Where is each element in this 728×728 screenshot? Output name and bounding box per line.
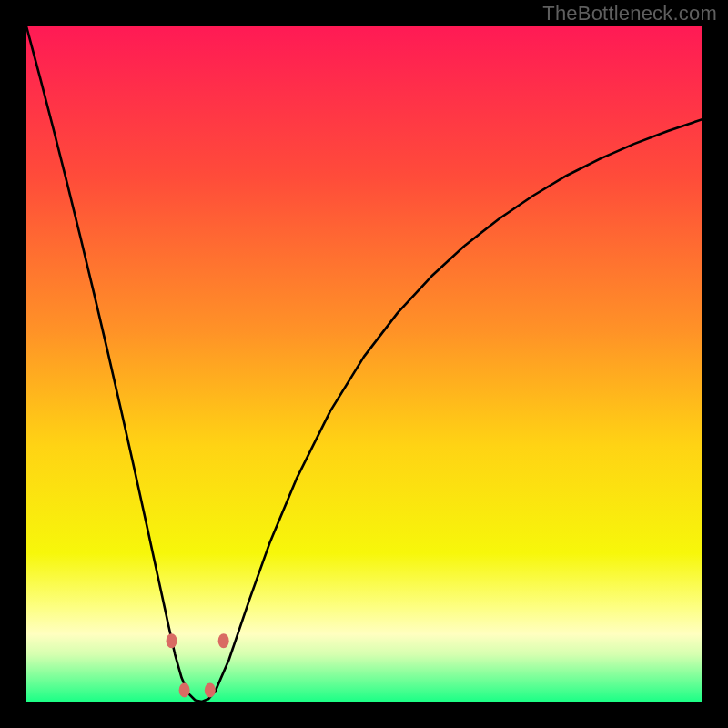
curve-marker [167, 633, 177, 648]
curve-marker [179, 682, 190, 697]
curve-marker [205, 682, 216, 697]
curve-markers [26, 26, 702, 702]
plot-area [26, 26, 702, 702]
curve-marker [218, 633, 229, 648]
chart-frame: TheBottleneck.com [0, 0, 728, 728]
watermark-label: TheBottleneck.com [542, 2, 717, 25]
